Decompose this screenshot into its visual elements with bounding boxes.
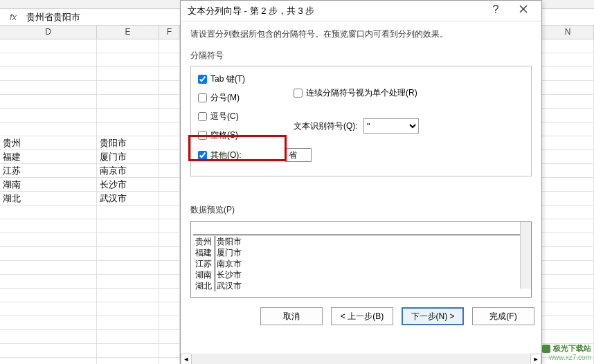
cell[interactable]	[542, 316, 594, 329]
cell[interactable]	[159, 109, 180, 122]
cell[interactable]	[97, 302, 159, 316]
cell[interactable]: 江苏	[0, 164, 97, 177]
cell[interactable]	[542, 302, 594, 316]
cell[interactable]	[0, 81, 97, 94]
cell[interactable]	[0, 289, 97, 302]
cell[interactable]	[542, 150, 594, 163]
delimiter-space-checkbox[interactable]	[198, 131, 207, 140]
col-header-e[interactable]: E	[97, 26, 159, 39]
cell[interactable]	[159, 275, 180, 288]
cell[interactable]	[97, 358, 159, 364]
delimiter-other-input[interactable]	[285, 148, 312, 162]
cell[interactable]	[0, 316, 97, 329]
cell[interactable]	[159, 261, 180, 274]
cell[interactable]	[97, 289, 159, 302]
scroll-left-arrow-icon[interactable]: ◄	[181, 354, 192, 364]
col-header-n[interactable]: N	[542, 26, 594, 39]
text-qualifier-select[interactable]: "	[363, 118, 419, 134]
cell[interactable]	[159, 206, 180, 219]
cell[interactable]	[159, 316, 180, 329]
cell[interactable]: 贵州	[0, 136, 97, 149]
cell[interactable]	[159, 39, 180, 53]
cell[interactable]	[97, 330, 159, 343]
cell[interactable]	[0, 219, 97, 233]
cell[interactable]	[542, 219, 594, 233]
cell[interactable]	[97, 316, 159, 329]
cell[interactable]	[159, 247, 180, 260]
cell[interactable]	[97, 233, 159, 246]
cell[interactable]	[0, 206, 97, 219]
cell[interactable]	[97, 275, 159, 288]
cell[interactable]	[0, 67, 97, 80]
col-header-d[interactable]: D	[0, 26, 97, 39]
cell[interactable]	[542, 206, 594, 219]
delimiter-space[interactable]: 空格(S)	[198, 129, 281, 141]
delimiter-semicolon-checkbox[interactable]	[198, 93, 207, 102]
cell[interactable]	[159, 192, 180, 205]
cell[interactable]: 福建	[0, 150, 97, 163]
cell[interactable]	[0, 261, 97, 274]
cell[interactable]	[159, 178, 180, 191]
cell[interactable]	[0, 109, 97, 122]
cell[interactable]	[159, 330, 180, 343]
cell[interactable]	[542, 275, 594, 288]
cell[interactable]	[159, 302, 180, 316]
back-button[interactable]: < 上一步(B)	[331, 307, 393, 325]
delimiter-tab-checkbox[interactable]	[198, 75, 207, 84]
delimiter-comma-checkbox[interactable]	[198, 112, 207, 121]
cell[interactable]	[97, 344, 159, 357]
cell[interactable]	[0, 275, 97, 288]
cell[interactable]	[159, 150, 180, 163]
cell[interactable]	[542, 39, 594, 53]
consecutive-checkbox[interactable]	[294, 89, 303, 98]
cell[interactable]	[542, 164, 594, 177]
scroll-right-arrow-icon[interactable]: ►	[530, 354, 541, 364]
cancel-button[interactable]: 取消	[260, 307, 323, 325]
cell[interactable]	[97, 67, 159, 80]
cell[interactable]	[97, 206, 159, 219]
delimiter-comma[interactable]: 逗号(C)	[198, 111, 281, 122]
cell[interactable]	[159, 95, 180, 108]
cell[interactable]	[159, 81, 180, 94]
cell[interactable]	[159, 67, 180, 80]
cell[interactable]	[542, 109, 594, 122]
cell[interactable]	[0, 53, 97, 66]
cell[interactable]	[97, 247, 159, 260]
cell[interactable]	[159, 233, 180, 246]
cell[interactable]	[159, 344, 180, 357]
cell[interactable]	[97, 95, 159, 108]
cell[interactable]	[0, 330, 97, 343]
cell[interactable]: 湖南	[0, 178, 97, 191]
cell[interactable]	[97, 53, 159, 66]
cell[interactable]: 贵阳市	[97, 136, 159, 149]
close-button[interactable]	[510, 1, 537, 21]
cell[interactable]	[97, 261, 159, 274]
col-header-f[interactable]: F	[159, 26, 180, 39]
cell[interactable]	[542, 178, 594, 191]
cell[interactable]: 长沙市	[97, 178, 159, 191]
cell[interactable]: 厦门市	[97, 150, 159, 163]
cell[interactable]	[542, 247, 594, 260]
cell[interactable]: 湖北	[0, 192, 97, 205]
cell[interactable]	[542, 192, 594, 205]
cell[interactable]	[159, 289, 180, 302]
finish-button[interactable]: 完成(F)	[472, 307, 534, 325]
help-button[interactable]: ?	[482, 1, 510, 21]
cell[interactable]	[0, 233, 97, 246]
cell[interactable]	[159, 358, 180, 364]
consecutive-option[interactable]: 连续分隔符号视为单个处理(R)	[294, 87, 419, 99]
cell[interactable]	[542, 53, 594, 66]
cell[interactable]	[0, 344, 97, 357]
cell[interactable]: 武汉市	[97, 192, 159, 205]
cell[interactable]	[542, 289, 594, 302]
cell[interactable]	[542, 261, 594, 274]
cell[interactable]	[97, 122, 159, 136]
cell[interactable]	[0, 358, 97, 364]
next-button[interactable]: 下一步(N) >	[402, 307, 464, 325]
delimiter-semicolon[interactable]: 分号(M)	[198, 92, 281, 104]
delimiter-other[interactable]: 其他(O):	[198, 149, 281, 161]
cell[interactable]	[159, 122, 180, 136]
cell[interactable]: 南京市	[97, 164, 159, 177]
cell[interactable]	[0, 247, 97, 260]
cell[interactable]	[0, 39, 97, 53]
